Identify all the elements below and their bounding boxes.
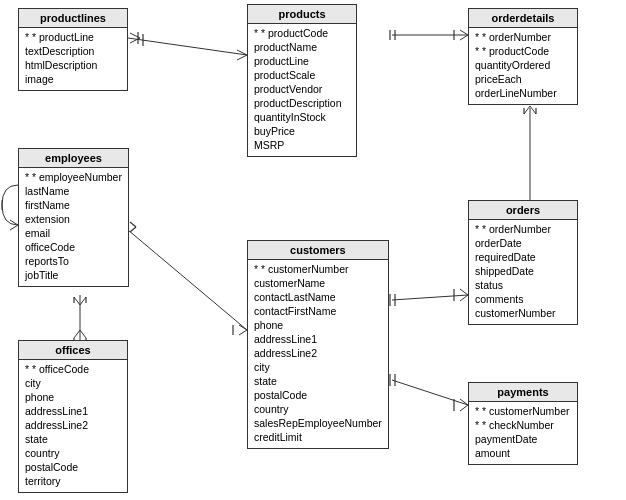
table-body-products: * productCodeproductNameproductLineprodu… <box>248 24 356 156</box>
field-payments-customerNumber: * customerNumber <box>475 404 571 418</box>
field-orderdetails-productCode: * productCode <box>475 44 571 58</box>
table-body-payments: * customerNumber* checkNumberpaymentDate… <box>469 402 577 464</box>
svg-line-37 <box>392 380 468 405</box>
field-products-MSRP: MSRP <box>254 138 350 152</box>
svg-line-11 <box>460 35 468 40</box>
svg-line-0 <box>128 38 247 55</box>
field-orders-orderNumber: * orderNumber <box>475 222 571 236</box>
field-offices-addressLine2: addressLine2 <box>25 418 121 432</box>
table-productlines: productlines* productLinetextDescription… <box>18 8 128 91</box>
field-orders-comments: comments <box>475 292 571 306</box>
field-orders-status: status <box>475 278 571 292</box>
field-employees-reportsTo: reportsTo <box>25 254 122 268</box>
svg-line-1 <box>237 50 247 55</box>
table-products: products* productCodeproductNameproductL… <box>247 4 357 157</box>
field-customers-customerNumber: * customerNumber <box>254 262 382 276</box>
field-orders-shippedDate: shippedDate <box>475 264 571 278</box>
field-employees-employeeNumber: * employeeNumber <box>25 170 122 184</box>
table-employees: employees* employeeNumberlastNamefirstNa… <box>18 148 129 287</box>
table-body-customers: * customerNumbercustomerNamecontactLastN… <box>248 260 388 448</box>
svg-line-2 <box>237 55 247 60</box>
field-customers-country: country <box>254 402 382 416</box>
table-body-productlines: * productLinetextDescriptionhtmlDescript… <box>19 28 127 90</box>
svg-line-49 <box>524 106 530 114</box>
field-offices-phone: phone <box>25 390 121 404</box>
field-customers-contactLastName: contactLastName <box>254 290 382 304</box>
svg-line-3 <box>130 33 140 38</box>
field-products-productCode: * productCode <box>254 26 350 40</box>
field-orders-requiredDate: requiredDate <box>475 250 571 264</box>
svg-line-23 <box>80 297 86 305</box>
field-orderdetails-orderLineNumber: orderLineNumber <box>475 86 571 100</box>
table-header-products: products <box>248 5 356 24</box>
svg-line-10 <box>460 30 468 35</box>
table-header-orders: orders <box>469 201 577 220</box>
field-employees-officeCode: officeCode <box>25 240 122 254</box>
svg-line-4 <box>130 38 140 43</box>
field-offices-postalCode: postalCode <box>25 460 121 474</box>
table-header-customers: customers <box>248 241 388 260</box>
svg-line-15 <box>10 225 18 230</box>
field-orderdetails-priceEach: priceEach <box>475 72 571 86</box>
field-products-quantityInStock: quantityInStock <box>254 110 350 124</box>
svg-line-32 <box>460 289 468 295</box>
field-employees-extension: extension <box>25 212 122 226</box>
table-header-offices: offices <box>19 341 127 360</box>
field-products-productName: productName <box>254 40 350 54</box>
field-customers-addressLine2: addressLine2 <box>254 346 382 360</box>
field-customers-addressLine1: addressLine1 <box>254 332 382 346</box>
field-productlines-textDescription: textDescription <box>25 44 121 58</box>
field-customers-phone: phone <box>254 318 382 332</box>
svg-line-14 <box>10 220 18 225</box>
field-productlines-productLine: * productLine <box>25 30 121 44</box>
field-offices-territory: territory <box>25 474 121 488</box>
field-employees-email: email <box>25 226 122 240</box>
field-payments-amount: amount <box>475 446 571 460</box>
svg-line-18 <box>74 330 80 338</box>
table-header-orderdetails: orderdetails <box>469 9 577 28</box>
field-offices-state: state <box>25 432 121 446</box>
table-orderdetails: orderdetails* orderNumber* productCodequ… <box>468 8 578 105</box>
svg-line-22 <box>74 297 80 305</box>
field-customers-creditLimit: creditLimit <box>254 430 382 444</box>
field-products-productScale: productScale <box>254 68 350 82</box>
field-productlines-image: image <box>25 72 121 86</box>
table-offices: offices* officeCodecityphoneaddressLine1… <box>18 340 128 493</box>
field-products-productDescription: productDescription <box>254 96 350 110</box>
table-customers: customers* customerNumbercustomerNamecon… <box>247 240 389 449</box>
field-customers-postalCode: postalCode <box>254 388 382 402</box>
svg-line-27 <box>130 227 136 232</box>
svg-line-28 <box>239 325 247 330</box>
field-productlines-htmlDescription: htmlDescription <box>25 58 121 72</box>
field-orderdetails-orderNumber: * orderNumber <box>475 30 571 44</box>
field-products-buyPrice: buyPrice <box>254 124 350 138</box>
svg-line-31 <box>392 295 468 300</box>
field-payments-checkNumber: * checkNumber <box>475 418 571 432</box>
field-customers-contactFirstName: contactFirstName <box>254 304 382 318</box>
field-offices-city: city <box>25 376 121 390</box>
field-employees-jobTitle: jobTitle <box>25 268 122 282</box>
field-customers-state: state <box>254 374 382 388</box>
field-customers-salesRepEmployeeNumber: salesRepEmployeeNumber <box>254 416 382 430</box>
table-payments: payments* customerNumber* checkNumberpay… <box>468 382 578 465</box>
field-payments-paymentDate: paymentDate <box>475 432 571 446</box>
svg-line-25 <box>128 230 247 330</box>
field-orderdetails-quantityOrdered: quantityOrdered <box>475 58 571 72</box>
svg-line-50 <box>530 106 536 114</box>
field-orders-customerNumber: customerNumber <box>475 306 571 320</box>
field-employees-firstName: firstName <box>25 198 122 212</box>
table-body-orders: * orderNumberorderDaterequiredDateshippe… <box>469 220 577 324</box>
svg-line-19 <box>80 330 86 338</box>
svg-line-26 <box>130 222 136 227</box>
field-orders-orderDate: orderDate <box>475 236 571 250</box>
table-orders: orders* orderNumberorderDaterequiredDate… <box>468 200 578 325</box>
table-body-orderdetails: * orderNumber* productCodequantityOrdere… <box>469 28 577 104</box>
table-header-payments: payments <box>469 383 577 402</box>
field-offices-officeCode: * officeCode <box>25 362 121 376</box>
field-offices-country: country <box>25 446 121 460</box>
table-header-employees: employees <box>19 149 128 168</box>
table-body-offices: * officeCodecityphoneaddressLine1address… <box>19 360 127 492</box>
field-customers-customerName: customerName <box>254 276 382 290</box>
svg-line-33 <box>460 295 468 301</box>
field-products-productLine: productLine <box>254 54 350 68</box>
